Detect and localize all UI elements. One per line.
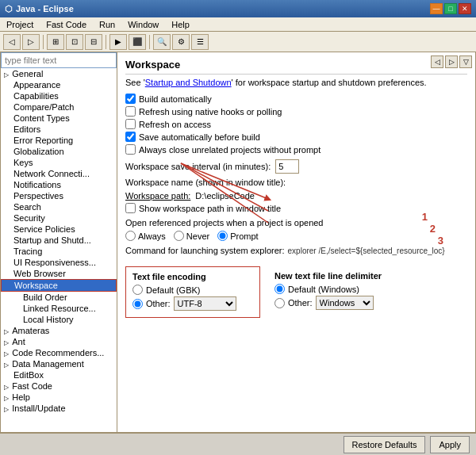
menu-fast-code[interactable]: Fast Code — [43, 19, 90, 30]
checkbox-always-close[interactable] — [125, 144, 136, 155]
tree-label-service-policies: Service Policies — [13, 224, 75, 234]
save-interval-input[interactable] — [275, 159, 299, 174]
show-path-checkbox[interactable] — [125, 203, 136, 213]
maximize-button[interactable]: □ — [444, 3, 457, 14]
tree-item-help[interactable]: ▷ Help — [1, 392, 117, 403]
tree-item-editors[interactable]: Editors — [1, 124, 117, 135]
tree-label-ui-resp: UI Responsiveness... — [13, 258, 96, 267]
radio-never[interactable]: Never — [174, 231, 209, 241]
tree-label-build-order: Build Order — [23, 292, 67, 302]
workspace-name-row: Workspace name (shown in window title): — [125, 178, 467, 187]
toolbar-forward[interactable]: ▷ — [22, 34, 40, 50]
minimize-button[interactable]: — — [430, 3, 443, 14]
toolbar-btn1[interactable]: ⊞ — [47, 34, 64, 50]
workspace-name-label: Workspace name (shown in window title): — [125, 178, 286, 187]
toolbar-btn4[interactable]: ▶ — [109, 34, 127, 50]
checkbox-row-save-before-build: Save automatically before build — [125, 132, 467, 142]
encoding-default-radio[interactable] — [132, 285, 143, 295]
tree-item-security[interactable]: Security — [1, 212, 117, 224]
tree-item-ui-resp[interactable]: UI Responsiveness... — [1, 257, 117, 268]
tree-item-general[interactable]: ▷ General — [1, 68, 117, 79]
tree-arrow-fast-code: ▷ — [4, 384, 10, 391]
tree-item-tracing[interactable]: Tracing — [1, 246, 117, 257]
delimiter-default-radio[interactable] — [274, 284, 285, 294]
apply-button[interactable]: Apply — [430, 436, 470, 453]
tree-item-startup-shutd[interactable]: Startup and Shutd... — [1, 235, 117, 246]
restore-defaults-button[interactable]: Restore Defaults — [344, 436, 426, 453]
filter-input[interactable] — [1, 52, 117, 68]
tree-label-data-management: Data Management — [12, 359, 84, 369]
toolbar-btn5[interactable]: ⬛ — [129, 34, 146, 50]
startup-shutdown-link[interactable]: Startup and Shutdown — [145, 78, 232, 87]
tree-item-search[interactable]: Search — [1, 201, 117, 212]
toolbar-btn8[interactable]: ☰ — [191, 34, 209, 50]
menu-help[interactable]: Help — [168, 19, 193, 30]
delimiter-other-row: Other: Windows Unix Mac OS X — [274, 296, 397, 310]
tree-item-editbox[interactable]: EditBox — [1, 369, 117, 380]
nav-back[interactable]: ◁ — [431, 55, 443, 68]
toolbar-btn3[interactable]: ⊟ — [85, 34, 102, 50]
bottom-bar: Restore Defaults Apply — [0, 433, 476, 455]
menu-run[interactable]: Run — [96, 19, 118, 30]
command-value: explorer /E,/select=${selected_resource_… — [288, 247, 445, 255]
tree-label-install-update: Install/Update — [12, 403, 65, 413]
nav-forward[interactable]: ▷ — [445, 55, 458, 68]
tree-item-ant[interactable]: ▷ Ant — [1, 336, 117, 347]
save-interval-row: Workspace save interval (in minutes): — [125, 159, 467, 174]
checkbox-refresh-native[interactable] — [125, 106, 136, 117]
tree-item-network-conn[interactable]: Network Connecti... — [1, 168, 117, 179]
close-button[interactable]: ✕ — [459, 3, 471, 14]
tree-item-compare-patch[interactable]: Compare/Patch — [1, 101, 117, 113]
toolbar-btn2[interactable]: ⊡ — [66, 34, 83, 50]
tree-item-web-browser[interactable]: Web Browser — [1, 268, 117, 279]
tree-label-keys: Keys — [13, 158, 33, 167]
encoding-select[interactable]: UTF-8 GBK ISO-8859-1 — [174, 296, 236, 311]
tree-item-workspace[interactable]: Workspace — [1, 279, 117, 292]
toolbar-back[interactable]: ◁ — [3, 34, 21, 50]
tree-item-content-types[interactable]: Content Types — [1, 113, 117, 124]
tree-item-code-recommenders[interactable]: ▷ Code Recommenders... — [1, 347, 117, 358]
checkbox-label-build-auto: Build automatically — [139, 94, 212, 104]
tree-item-perspectives[interactable]: Perspectives — [1, 190, 117, 201]
menu-bar: Project Fast Code Run Window Help — [0, 17, 476, 32]
tree-item-keys[interactable]: Keys — [1, 157, 117, 168]
tree-item-globalization[interactable]: Globalization — [1, 146, 117, 157]
tree-item-capabilities[interactable]: Capabilities — [1, 90, 117, 101]
open-referenced-radios: Always Never Prompt — [125, 231, 467, 241]
checkbox-label-refresh-access: Refresh on access — [139, 120, 211, 129]
tree-label-compare-patch: Compare/Patch — [13, 102, 74, 112]
tree-label-startup-shutd: Startup and Shutd... — [13, 235, 91, 245]
content-panel: ◁ ▷ ▽ Workspace See 'Startup and Shutdow… — [117, 52, 476, 433]
checkbox-save-before-build[interactable] — [125, 132, 136, 142]
menu-window[interactable]: Window — [125, 19, 162, 30]
toolbar-btn6[interactable]: 🔍 — [153, 34, 171, 50]
tree-arrow-data-management: ▷ — [4, 361, 10, 369]
tree-label-globalization: Globalization — [13, 147, 64, 156]
tree-item-appearance[interactable]: Appearance — [1, 79, 117, 90]
title-bar-controls[interactable]: — □ ✕ — [430, 3, 471, 14]
encoding-other-radio[interactable] — [132, 299, 143, 309]
tree-item-install-update[interactable]: ▷ Install/Update — [1, 403, 117, 414]
tree-item-error-reporting[interactable]: Error Reporting — [1, 135, 117, 146]
tree-item-fast-code[interactable]: ▷ Fast Code — [1, 380, 117, 392]
tree-item-local-history[interactable]: Local History — [1, 314, 117, 325]
checkbox-refresh-access[interactable] — [125, 119, 136, 129]
tree-item-data-management[interactable]: ▷ Data Management — [1, 358, 117, 369]
toolbar-btn7[interactable]: ⚙ — [172, 34, 190, 50]
tree-item-service-policies[interactable]: Service Policies — [1, 224, 117, 235]
nav-menu[interactable]: ▽ — [459, 55, 472, 68]
tree-item-notifications[interactable]: Notifications — [1, 179, 117, 190]
tree-item-build-order[interactable]: Build Order — [1, 292, 117, 303]
checkbox-build-auto[interactable] — [125, 94, 136, 104]
radio-prompt[interactable]: Prompt — [217, 231, 258, 241]
delimiter-other-radio[interactable] — [274, 298, 285, 308]
tree-item-amateras[interactable]: ▷ Amateras — [1, 325, 117, 336]
menu-project[interactable]: Project — [3, 19, 36, 30]
tree-item-linked-res[interactable]: Linked Resource... — [1, 303, 117, 314]
radio-always[interactable]: Always — [125, 231, 166, 241]
toolbar-sep3 — [149, 35, 150, 49]
delimiter-other-label: Other: — [288, 298, 313, 308]
delimiter-select[interactable]: Windows Unix Mac OS X — [316, 296, 374, 310]
delimiter-default-row: Default (Windows) — [274, 284, 397, 294]
desc-prefix: See ' — [125, 78, 145, 87]
